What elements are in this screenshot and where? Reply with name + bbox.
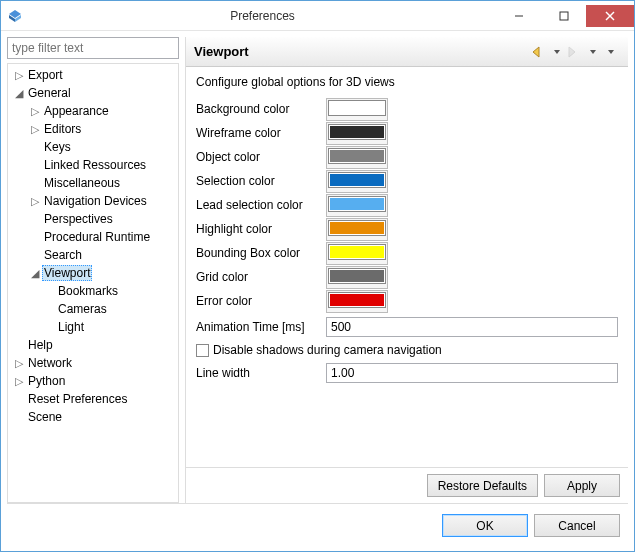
collapse-icon[interactable]: ◢	[28, 267, 42, 280]
tree-item-bookmarks[interactable]: Bookmarks	[8, 282, 178, 300]
tree-item-appearance[interactable]: ▷Appearance	[8, 102, 178, 120]
label-disable-shadows: Disable shadows during camera navigation	[213, 343, 442, 357]
panel-header: Viewport	[186, 37, 628, 67]
label-lead-selection-color: Lead selection color	[196, 198, 326, 212]
menu-dropdown-icon[interactable]	[603, 44, 619, 60]
tree-item-editors[interactable]: ▷Editors	[8, 120, 178, 138]
label-wireframe-color: Wireframe color	[196, 126, 326, 140]
tree-item-procedural-runtime[interactable]: Procedural Runtime	[8, 228, 178, 246]
collapse-icon[interactable]: ◢	[12, 87, 26, 100]
expand-icon[interactable]: ▷	[28, 195, 42, 208]
window-title: Preferences	[29, 9, 496, 23]
tree-item-general[interactable]: ◢General	[8, 84, 178, 102]
input-animation-time[interactable]	[326, 317, 618, 337]
label-error-color: Error color	[196, 294, 326, 308]
expand-icon[interactable]: ▷	[28, 123, 42, 136]
expand-icon[interactable]: ▷	[28, 105, 42, 118]
tree-item-viewport[interactable]: ◢Viewport	[8, 264, 178, 282]
svg-rect-4	[560, 12, 568, 20]
cancel-button[interactable]: Cancel	[534, 514, 620, 537]
preferences-dialog: Preferences ▷Export ◢General ▷Appearance…	[0, 0, 635, 552]
titlebar: Preferences	[1, 1, 634, 31]
tree-item-perspectives[interactable]: Perspectives	[8, 210, 178, 228]
expand-icon[interactable]: ▷	[12, 357, 26, 370]
minimize-button[interactable]	[496, 5, 541, 27]
tree-item-light[interactable]: Light	[8, 318, 178, 336]
maximize-button[interactable]	[541, 5, 586, 27]
back-icon[interactable]	[531, 44, 547, 60]
label-animation-time: Animation Time [ms]	[196, 320, 326, 334]
panel-description: Configure global options for 3D views	[196, 75, 618, 89]
label-selection-color: Selection color	[196, 174, 326, 188]
input-line-width[interactable]	[326, 363, 618, 383]
restore-defaults-button[interactable]: Restore Defaults	[427, 474, 538, 497]
tree-item-cameras[interactable]: Cameras	[8, 300, 178, 318]
label-grid-color: Grid color	[196, 270, 326, 284]
tree-item-linked-resources[interactable]: Linked Ressources	[8, 156, 178, 174]
label-highlight-color: Highlight color	[196, 222, 326, 236]
swatch-lead-selection-color[interactable]	[326, 194, 388, 217]
label-line-width: Line width	[196, 366, 326, 380]
filter-input[interactable]	[7, 37, 179, 59]
checkbox-disable-shadows[interactable]	[196, 344, 209, 357]
close-button[interactable]	[586, 5, 634, 27]
tree-item-scene[interactable]: Scene	[8, 408, 178, 426]
dropdown-icon[interactable]	[585, 44, 601, 60]
swatch-wireframe-color[interactable]	[326, 122, 388, 145]
tree-item-reset-preferences[interactable]: Reset Preferences	[8, 390, 178, 408]
tree-item-search[interactable]: Search	[8, 246, 178, 264]
tree-item-help[interactable]: Help	[8, 336, 178, 354]
swatch-grid-color[interactable]	[326, 266, 388, 289]
panel-title: Viewport	[194, 44, 530, 59]
ok-button[interactable]: OK	[442, 514, 528, 537]
tree-item-keys[interactable]: Keys	[8, 138, 178, 156]
apply-button[interactable]: Apply	[544, 474, 620, 497]
expand-icon[interactable]: ▷	[12, 375, 26, 388]
app-icon	[7, 8, 23, 24]
label-object-color: Object color	[196, 150, 326, 164]
tree-item-export[interactable]: ▷Export	[8, 66, 178, 84]
label-bounding-box-color: Bounding Box color	[196, 246, 326, 260]
swatch-highlight-color[interactable]	[326, 218, 388, 241]
preference-tree[interactable]: ▷Export ◢General ▷Appearance ▷Editors Ke…	[7, 63, 179, 503]
tree-item-miscellaneous[interactable]: Miscellaneous	[8, 174, 178, 192]
dropdown-icon[interactable]	[549, 44, 565, 60]
swatch-background-color[interactable]	[326, 98, 388, 121]
tree-item-python[interactable]: ▷Python	[8, 372, 178, 390]
swatch-selection-color[interactable]	[326, 170, 388, 193]
swatch-error-color[interactable]	[326, 290, 388, 313]
label-background-color: Background color	[196, 102, 326, 116]
expand-icon[interactable]: ▷	[12, 69, 26, 82]
swatch-object-color[interactable]	[326, 146, 388, 169]
forward-icon[interactable]	[567, 44, 583, 60]
tree-item-navigation-devices[interactable]: ▷Navigation Devices	[8, 192, 178, 210]
swatch-bounding-box-color[interactable]	[326, 242, 388, 265]
tree-item-network[interactable]: ▷Network	[8, 354, 178, 372]
